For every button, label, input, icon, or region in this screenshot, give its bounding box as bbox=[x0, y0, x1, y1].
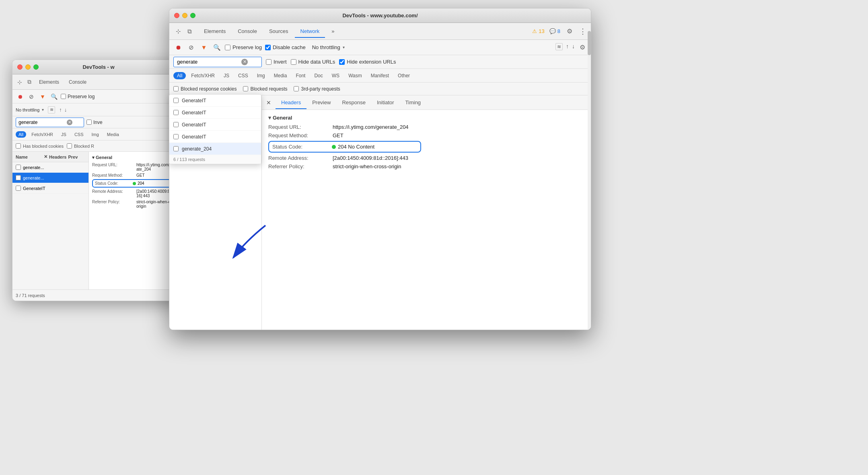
back-row-generateit[interactable]: GenerateIT bbox=[12, 183, 88, 194]
front-disable-cache-checkbox[interactable] bbox=[265, 45, 271, 50]
back-row-generate1[interactable]: generate... bbox=[12, 162, 88, 173]
front-elements-tab[interactable]: Elements bbox=[198, 25, 231, 37]
back-row1-checkbox[interactable] bbox=[16, 165, 21, 170]
autocomplete-checkbox-3[interactable] bbox=[173, 134, 179, 139]
front-filter-ws[interactable]: WS bbox=[328, 72, 343, 79]
back-row2-checkbox[interactable] bbox=[16, 175, 21, 180]
back-preserve-log-label[interactable]: Preserve log bbox=[61, 94, 95, 99]
device-icon[interactable]: ⧉ bbox=[25, 78, 33, 86]
back-search-btn[interactable]: 🔍 bbox=[49, 92, 58, 101]
back-search-input[interactable] bbox=[19, 120, 67, 125]
front-filter-img[interactable]: Img bbox=[253, 72, 269, 79]
front-preserve-log-label[interactable]: Preserve log bbox=[225, 44, 262, 50]
front-cursor-icon[interactable]: ⊹ bbox=[173, 27, 183, 36]
back-filter-img[interactable]: Img bbox=[89, 131, 102, 138]
back-search-clear-btn[interactable]: ✕ bbox=[67, 120, 72, 125]
back-close-button[interactable] bbox=[17, 64, 23, 70]
front-filter-all[interactable]: All bbox=[173, 72, 186, 79]
front-blocked-requests-checkbox[interactable] bbox=[243, 86, 248, 91]
front-invert-label[interactable]: Invert bbox=[266, 59, 287, 65]
front-search-btn[interactable]: 🔍 bbox=[212, 43, 222, 52]
autocomplete-checkbox-0[interactable] bbox=[173, 98, 179, 103]
back-invert-label[interactable]: Inve bbox=[86, 120, 103, 125]
back-filter-css[interactable]: CSS bbox=[72, 131, 86, 138]
autocomplete-item-4[interactable]: generate_204 bbox=[169, 143, 261, 155]
back-has-blocked-label[interactable]: Has blocked cookies bbox=[16, 143, 64, 149]
back-blocked-r-checkbox[interactable] bbox=[67, 143, 72, 149]
front-filter-wasm[interactable]: Wasm bbox=[345, 72, 366, 79]
front-search-input[interactable] bbox=[177, 59, 241, 65]
back-filter-fetch[interactable]: Fetch/XHR bbox=[29, 131, 56, 138]
front-filter-manifest[interactable]: Manifest bbox=[367, 72, 393, 79]
front-maximize-button[interactable] bbox=[190, 13, 195, 18]
front-invert-checkbox[interactable] bbox=[266, 59, 272, 65]
front-hide-extension-urls-checkbox[interactable] bbox=[339, 59, 345, 65]
back-invert-checkbox[interactable] bbox=[86, 120, 92, 125]
front-filter-doc[interactable]: Doc bbox=[311, 72, 326, 79]
back-no-throttling[interactable]: No throttling bbox=[16, 107, 39, 112]
front-stop-btn[interactable]: ⊘ bbox=[186, 43, 196, 52]
front-filter-media[interactable]: Media bbox=[270, 72, 291, 79]
front-filter-font[interactable]: Font bbox=[292, 72, 309, 79]
back-elements-tab[interactable]: Elements bbox=[35, 77, 63, 87]
autocomplete-item-2[interactable]: GenerateIT bbox=[169, 119, 261, 131]
front-filter-fetch[interactable]: Fetch/XHR bbox=[187, 72, 218, 79]
front-filter-other[interactable]: Other bbox=[394, 72, 413, 79]
front-net-gear-btn[interactable]: ⚙ bbox=[578, 43, 587, 52]
back-stop-btn[interactable]: ⊘ bbox=[27, 92, 36, 101]
front-detail-close-btn[interactable]: ✕ bbox=[264, 98, 273, 107]
front-hide-extension-urls-label[interactable]: Hide extension URLs bbox=[339, 59, 396, 65]
back-console-tab[interactable]: Console bbox=[65, 77, 91, 87]
back-blocked-r-label[interactable]: Blocked R bbox=[67, 143, 94, 149]
autocomplete-checkbox-1[interactable] bbox=[173, 110, 179, 115]
front-search-bar[interactable]: ✕ bbox=[173, 57, 262, 67]
front-settings-btn[interactable]: ⚙ bbox=[565, 27, 574, 36]
front-filter-js[interactable]: JS bbox=[220, 72, 233, 79]
front-initiator-tab[interactable]: Initiator bbox=[371, 97, 400, 109]
front-preview-tab[interactable]: Preview bbox=[306, 97, 336, 109]
front-device-icon[interactable]: ⧉ bbox=[185, 27, 194, 36]
back-filter-btn[interactable]: ▼ bbox=[38, 92, 47, 101]
back-preserve-log-checkbox[interactable] bbox=[61, 94, 66, 99]
back-filter-all[interactable]: All bbox=[16, 131, 26, 138]
front-preserve-log-checkbox[interactable] bbox=[225, 45, 230, 50]
front-blocked-response-cookies-label[interactable]: Blocked response cookies bbox=[173, 86, 237, 92]
autocomplete-item-1[interactable]: GenerateIT bbox=[169, 107, 261, 119]
autocomplete-item-0[interactable]: GenerateIT bbox=[169, 95, 261, 107]
front-console-tab[interactable]: Console bbox=[232, 25, 263, 37]
front-close-button[interactable] bbox=[174, 13, 179, 18]
front-sources-tab[interactable]: Sources bbox=[263, 25, 294, 37]
front-record-btn[interactable]: ⏺ bbox=[173, 43, 183, 52]
front-minimize-button[interactable] bbox=[182, 13, 187, 18]
front-hide-data-urls-label[interactable]: Hide data URLs bbox=[291, 59, 335, 65]
front-more-btn[interactable]: ⋮ bbox=[579, 27, 587, 35]
back-chevron-icon[interactable]: ▾ bbox=[42, 107, 44, 112]
front-third-party-checkbox[interactable] bbox=[294, 86, 299, 91]
front-filter-btn[interactable]: ▼ bbox=[199, 43, 209, 52]
cursor-icon[interactable]: ⊹ bbox=[16, 78, 24, 86]
front-third-party-label[interactable]: 3rd-party requests bbox=[294, 86, 340, 92]
back-filter-media[interactable]: Media bbox=[104, 131, 122, 138]
front-disable-cache-label[interactable]: Disable cache bbox=[265, 44, 306, 50]
front-search-clear-btn[interactable]: ✕ bbox=[241, 59, 248, 65]
autocomplete-checkbox-2[interactable] bbox=[173, 122, 179, 127]
front-timing-tab[interactable]: Timing bbox=[400, 97, 427, 109]
back-filter-js[interactable]: JS bbox=[58, 131, 69, 138]
back-row3-checkbox[interactable] bbox=[16, 186, 21, 191]
front-headers-tab[interactable]: Headers bbox=[276, 97, 306, 109]
autocomplete-item-3[interactable]: GenerateIT bbox=[169, 131, 261, 143]
back-maximize-button[interactable] bbox=[33, 64, 39, 70]
back-row-generate2[interactable]: generate... bbox=[12, 173, 88, 183]
front-network-tab[interactable]: Network bbox=[295, 25, 325, 37]
front-blocked-response-cookies-checkbox[interactable] bbox=[173, 86, 179, 91]
front-more-tabs[interactable]: » bbox=[326, 25, 340, 37]
front-throttle-dropdown[interactable]: No throttling ▾ bbox=[309, 43, 348, 52]
front-filter-css[interactable]: CSS bbox=[234, 72, 252, 79]
back-has-blocked-checkbox[interactable] bbox=[16, 143, 21, 149]
front-response-tab[interactable]: Response bbox=[336, 97, 371, 109]
front-blocked-requests-label[interactable]: Blocked requests bbox=[243, 86, 287, 92]
autocomplete-checkbox-4[interactable] bbox=[173, 146, 179, 151]
back-record-btn[interactable]: ⏺ bbox=[16, 92, 25, 101]
back-search-bar[interactable]: ✕ bbox=[16, 118, 84, 127]
front-hide-data-urls-checkbox[interactable] bbox=[291, 59, 296, 65]
